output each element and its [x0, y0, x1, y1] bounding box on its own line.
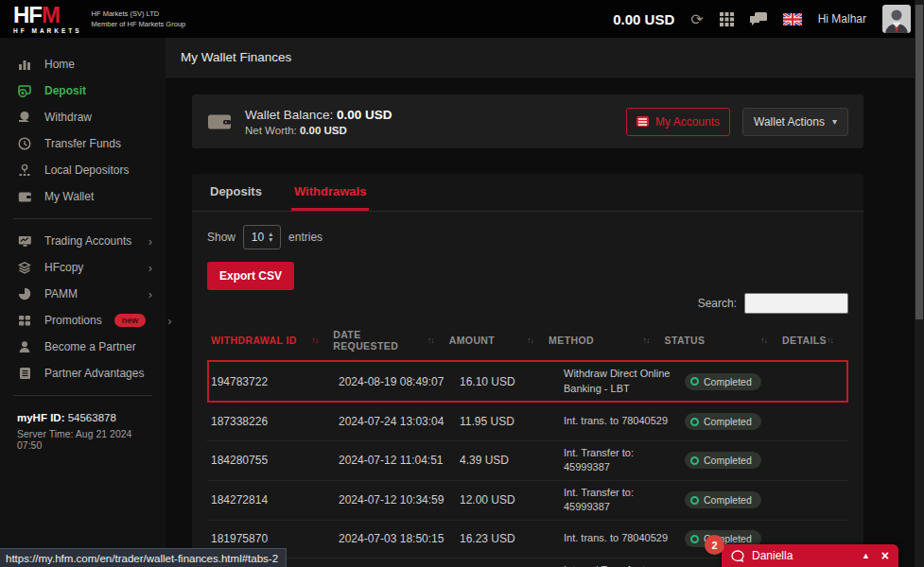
entries-label: entries	[288, 231, 323, 244]
amount-cell: 12.00 USD	[460, 493, 564, 507]
sidebar-item-label: Local Depositors	[44, 163, 129, 177]
sort-desc-icon: ↑↓	[311, 335, 318, 345]
chat-expand-icon[interactable]: ▲	[862, 551, 870, 560]
table-row[interactable]: 187338226 2024-07-24 13:03:04 11.95 USD …	[207, 403, 848, 440]
sidebar-item-label: Deposit	[44, 84, 86, 97]
hfcopy-icon	[17, 260, 32, 275]
chat-agent-name: Daniella	[752, 549, 793, 562]
page-size-control: Show 10 ▴▾ entries	[207, 225, 848, 249]
tab-withdrawals[interactable]: Withdrawals	[291, 174, 369, 211]
sidebar-item-promotions[interactable]: Promotions new ›	[0, 307, 166, 334]
table-row[interactable]: 184280755 2024-07-12 11:04:51 4.39 USD I…	[207, 440, 848, 480]
chat-close-icon[interactable]: ×	[881, 549, 889, 562]
search-input[interactable]	[744, 293, 848, 314]
amount-cell: 16.23 USD	[460, 532, 564, 545]
accounts-list-icon	[636, 116, 649, 127]
method-cell: Int. Transfer to: 45999387	[564, 446, 685, 475]
link-status-tooltip: https://my.hfm.com/en/trader/wallet-fina…	[0, 548, 287, 567]
method-cell: Withdraw Direct Online Banking - LBT	[564, 367, 685, 396]
sidebar-item-label: Trading Accounts	[44, 234, 131, 248]
local-depositors-icon	[17, 163, 32, 178]
refresh-icon[interactable]: ⟳	[690, 10, 703, 28]
table-row[interactable]: 184272814 2024-07-12 10:34:59 12.00 USD …	[207, 480, 848, 520]
my-wallet-icon	[17, 189, 32, 204]
scrollbar-thumb[interactable]	[915, 5, 923, 319]
avatar[interactable]	[882, 5, 911, 33]
show-label: Show	[207, 231, 235, 244]
chevron-right-icon: ›	[148, 287, 152, 301]
chevron-right-icon: ›	[148, 234, 152, 249]
new-badge: new	[114, 314, 147, 327]
become-partner-icon	[17, 339, 32, 354]
col-header-status[interactable]: STATUS↑↓	[665, 335, 782, 346]
sidebar-item-trading-accounts[interactable]: Trading Accounts ›	[0, 228, 166, 254]
sidebar: Home Deposit Withdraw Transfer Funds Loc…	[0, 38, 166, 567]
sidebar-item-transfer-funds[interactable]: Transfer Funds	[0, 130, 166, 157]
tab-deposits[interactable]: Deposits	[207, 174, 265, 211]
status-label: Completed	[704, 416, 752, 427]
method-cell: Int. trans. to 78040529	[564, 414, 685, 428]
col-header-details[interactable]: DETAILS↑↓	[782, 335, 848, 346]
amount-cell: 4.39 USD	[460, 454, 564, 467]
page-size-select[interactable]: 10 ▴▾	[243, 225, 281, 249]
chat-unread-badge: 2	[705, 535, 724, 555]
sidebar-item-pamm[interactable]: PAMM ›	[0, 281, 166, 307]
chat-bubble-icon	[731, 550, 744, 562]
sidebar-item-withdraw[interactable]: Withdraw	[0, 104, 166, 130]
sidebar-item-label: Become a Partner	[44, 340, 136, 353]
withdrawal-id-cell: 181975870	[211, 532, 339, 545]
wallet-balance-card: Wallet Balance: 0.00 USD Net Worth: 0.00…	[192, 94, 863, 148]
chat-widget[interactable]: Daniella ▲ ×	[722, 544, 898, 567]
my-accounts-button[interactable]: My Accounts	[626, 108, 730, 136]
sidebar-item-deposit[interactable]: Deposit	[0, 77, 166, 104]
net-worth-line: Net Worth: 0.00 USD	[245, 125, 392, 136]
sidebar-item-my-wallet[interactable]: My Wallet	[0, 183, 166, 210]
status-label: Completed	[704, 494, 752, 506]
sidebar-item-hfcopy[interactable]: HFcopy ›	[0, 254, 166, 281]
col-header-withdrawal-id[interactable]: WITHDRAWAL ID↑↓	[211, 335, 333, 346]
user-greeting: Hi Malhar	[818, 12, 866, 26]
completed-icon	[690, 377, 699, 386]
vertical-scrollbar[interactable]	[915, 0, 924, 567]
status-cell: Completed	[685, 452, 808, 469]
pamm-icon	[17, 286, 32, 301]
sidebar-item-label: Partner Advantages	[44, 367, 144, 380]
withdrawals-table: WITHDRAWAL ID↑↓ DATE REQUESTED↑↓ AMOUNT↑…	[207, 323, 848, 567]
sort-icon: ↑↓	[760, 335, 767, 345]
select-arrows-icon: ▴▾	[269, 232, 272, 244]
status-badge: Completed	[685, 452, 761, 469]
col-header-amount[interactable]: AMOUNT↑↓	[449, 335, 549, 346]
col-header-method[interactable]: METHOD↑↓	[549, 335, 665, 346]
company-info: HF Markets (SV) LTD Member of HF Markets…	[92, 9, 186, 28]
sidebar-divider	[13, 218, 152, 219]
sidebar-item-local-depositors[interactable]: Local Depositors	[0, 157, 166, 183]
transfer-funds-icon	[17, 136, 32, 151]
col-header-date-requested[interactable]: DATE REQUESTED↑↓	[333, 329, 449, 352]
hfm-logo[interactable]: HFM HF MARKETS	[13, 4, 82, 35]
chevron-down-icon: ▾	[832, 116, 837, 127]
sidebar-item-home[interactable]: Home	[0, 51, 166, 77]
date-cell: 2024-07-03 18:50:15	[339, 532, 460, 545]
apps-grid-icon[interactable]	[720, 12, 734, 26]
chat-bubbles-icon[interactable]	[750, 12, 767, 26]
export-csv-button[interactable]: Export CSV	[207, 262, 294, 290]
withdraw-icon	[17, 110, 32, 125]
amount-cell: 11.95 USD	[460, 415, 564, 428]
sidebar-item-become-a-partner[interactable]: Become a Partner	[0, 334, 166, 360]
chevron-right-icon: ›	[167, 314, 171, 328]
date-cell: 2024-07-24 13:03:04	[339, 415, 460, 428]
search-control: Search:	[207, 293, 848, 314]
wallet-actions-button[interactable]: Wallet Actions ▾	[742, 108, 848, 136]
date-cell: 2024-07-12 11:04:51	[339, 454, 460, 467]
language-flag-icon[interactable]	[783, 13, 802, 26]
date-cell: 2024-07-12 10:34:59	[339, 493, 460, 507]
sidebar-item-partner-advantages[interactable]: Partner Advantages	[0, 360, 166, 387]
date-cell: 2024-08-19 08:49:07	[339, 375, 460, 388]
sidebar-item-label: PAMM	[44, 287, 78, 301]
sidebar-item-label: Home	[44, 58, 75, 71]
sidebar-item-label: Withdraw	[44, 111, 92, 124]
method-cell: Int. Transfer to: 45999387	[564, 486, 685, 515]
status-badge: Completed	[685, 491, 761, 508]
table-row-highlighted[interactable]: 194783722 2024-08-19 08:49:07 16.10 USD …	[207, 360, 848, 403]
withdrawal-id-cell: 187338226	[211, 415, 339, 428]
